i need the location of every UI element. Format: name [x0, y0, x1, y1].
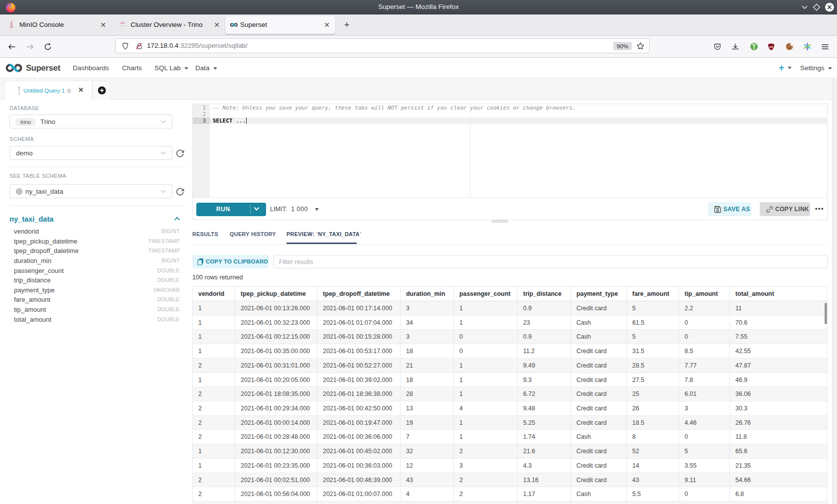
table-cell: 0 [454, 330, 518, 344]
table-row[interactable]: 2 2021-06-01 00:00:14.000 2021-06-01 00:… [193, 416, 827, 430]
menu-icon[interactable] [820, 36, 831, 57]
run-dropdown-icon[interactable] [254, 207, 260, 211]
url-bar[interactable]: 172.18.0.4:32295/superset/sqllab/ 90% [115, 38, 650, 53]
privacy-extension-icon[interactable] [749, 36, 759, 57]
settings-menu[interactable]: Settings [800, 58, 832, 78]
column-header[interactable]: duration_min [401, 287, 454, 301]
forward-icon[interactable] [25, 36, 35, 57]
tab-results[interactable]: RESULTS [192, 227, 218, 241]
schema-column-row[interactable]: passenger_count DOUBLE [0, 266, 189, 276]
column-header[interactable]: tpep_dropoff_datetime [317, 287, 401, 301]
table-scrollbar-thumb[interactable] [825, 303, 827, 324]
copy-link-button[interactable]: COPY LINK [760, 202, 810, 216]
schema-column-row[interactable]: tpep_dropoff_datetime TIMESTAMP [0, 246, 189, 256]
tab-preview[interactable]: PREVIEW: `NY_TAXI_DATA` [286, 227, 362, 241]
add-new-button[interactable]: + [779, 58, 792, 78]
tab-close-icon[interactable]: ✕ [99, 21, 107, 29]
page-scrollbar[interactable] [832, 78, 837, 504]
query-tab-active[interactable]: Untitled Query 1 ✕ [4, 81, 92, 100]
new-tab-icon[interactable]: + [340, 18, 353, 31]
pane-resize-handle[interactable] [491, 220, 508, 223]
table-select[interactable]: ny_taxi_data [9, 184, 172, 198]
refresh-schema-icon[interactable] [175, 148, 185, 158]
cookie-extension-icon[interactable] [784, 36, 794, 57]
nav-item-data[interactable]: Data [195, 58, 217, 78]
window-titlebar[interactable]: Superset — Mozilla Firefox [0, 0, 837, 14]
filter-results-input[interactable] [273, 255, 828, 268]
table-row[interactable]: 2 2021-06-01 00:56:04.000 2021-06-01 01:… [193, 487, 827, 502]
window-close-icon[interactable] [823, 0, 836, 14]
schema-column-row[interactable]: fare_amount DOUBLE [0, 295, 189, 305]
table-row[interactable]: 1 2021-06-01 00:32:23.000 2021-06-01 01:… [193, 316, 827, 330]
table-row[interactable]: 2 2021-06-01 00:29:34.000 2021-06-01 00:… [193, 401, 827, 416]
pocket-icon[interactable] [712, 36, 722, 57]
nav-item-dashboards[interactable]: Dashboards [73, 58, 109, 78]
copy-to-clipboard-button[interactable]: COPY TO CLIPBOARD [192, 255, 269, 268]
run-button[interactable]: RUN [196, 203, 266, 216]
nav-item-sql-lab[interactable]: SQL Lab [154, 58, 188, 78]
column-header[interactable]: tpep_pickup_datetime [235, 287, 317, 301]
table-row[interactable]: 1 2021-06-01 00:12:15.000 2021-06-01 00:… [193, 330, 827, 344]
table-row[interactable]: 2 2021-06-01 18:08:35.000 2021-06-01 18:… [193, 387, 827, 401]
column-header[interactable]: payment_type [571, 287, 627, 301]
save-as-button[interactable]: SAVE AS [708, 202, 751, 216]
column-header[interactable]: tip_amount [679, 287, 730, 301]
refresh-table-icon[interactable] [175, 187, 185, 196]
limit-control[interactable]: LIMIT:1 000 [270, 198, 319, 220]
collapse-chevron-icon[interactable] [174, 217, 180, 221]
window-minimize-icon[interactable] [798, 0, 811, 14]
shield-icon[interactable] [120, 39, 131, 53]
url-text[interactable]: 172.18.0.4:32295/superset/sqllab/ [147, 39, 248, 53]
table-row[interactable]: 2 2021-06-01 00:31:01.000 2021-06-01 00:… [193, 359, 827, 373]
schema-column-row[interactable]: tip_amount DOUBLE [0, 305, 189, 315]
schema-column-row[interactable]: total_amount DOUBLE [0, 315, 189, 325]
window-maximize-icon[interactable] [810, 0, 823, 14]
table-row[interactable]: 1 2021-06-01 00:12:30.000 2021-06-01 00:… [193, 444, 827, 459]
table-cell: 2021-06-01 00:35:00.000 [235, 344, 317, 358]
table-cell: 70.6 [730, 316, 827, 330]
more-options-icon[interactable]: ••• [815, 202, 826, 216]
asterisk-extension-icon[interactable] [802, 36, 812, 57]
query-tab-label: Untitled Query 1 [23, 81, 65, 100]
browser-tab-trino[interactable]: Cluster Overview - Trino ✕ [119, 14, 225, 35]
zoom-level-badge[interactable]: 90% [613, 42, 632, 50]
bookmark-star-icon[interactable] [636, 42, 645, 50]
browser-tab-superset[interactable]: Superset ✕ [225, 16, 335, 34]
download-icon[interactable] [730, 36, 740, 57]
schema-column-row[interactable]: duration_min BIGINT [0, 256, 189, 266]
tab-close-icon[interactable]: ✕ [213, 21, 221, 29]
table-row[interactable]: 1 2021-06-01 00:35:00.000 2021-06-01 00:… [193, 344, 827, 359]
reload-icon[interactable] [43, 36, 53, 57]
column-header[interactable]: trip_distance [518, 287, 571, 301]
table-cell: 31.5 [627, 344, 679, 358]
column-header[interactable]: passenger_count [454, 287, 518, 301]
column-header[interactable]: total_amount [730, 287, 827, 301]
tab-close-icon[interactable]: ✕ [323, 21, 331, 29]
editor-toolbar: RUN LIMIT:1 000 SAVE AS [193, 197, 827, 220]
lock-slash-icon[interactable] [134, 39, 144, 53]
sql-editor[interactable]: 1 2 3 -- Note: Unless you save your quer… [192, 104, 828, 220]
table-schema-heading[interactable]: ny_taxi_data [9, 214, 53, 224]
tab-query-history[interactable]: QUERY HISTORY [230, 227, 276, 241]
schema-column-row[interactable]: payment_type VARCHAR [0, 285, 189, 295]
table-row[interactable]: 2 2021-06-01 00:28:48.000 2021-06-01 00:… [193, 430, 827, 444]
schema-column-row[interactable]: trip_distance DOUBLE [0, 275, 189, 285]
schema-column-row[interactable]: vendorid BIGINT [0, 227, 189, 237]
table-row[interactable]: 2 2021-06-01 00:02:51.000 2021-06-01 00:… [193, 473, 827, 488]
back-icon[interactable] [7, 36, 17, 57]
superset-brand[interactable]: Superset [26, 58, 60, 78]
ublock-extension-icon[interactable]: uO [766, 36, 776, 57]
column-header[interactable]: vendorid [193, 287, 235, 301]
database-select[interactable]: trino Trino [9, 115, 172, 128]
table-row[interactable]: 1 2021-06-01 00:20:05.000 2021-06-01 00:… [193, 373, 827, 387]
table-row[interactable]: 1 2021-06-01 00:13:26.000 2021-06-01 00:… [193, 301, 827, 316]
query-tab-close-icon[interactable]: ✕ [78, 81, 84, 99]
nav-item-charts[interactable]: Charts [122, 58, 142, 78]
schema-select[interactable]: demo [9, 146, 172, 160]
add-query-tab[interactable] [93, 81, 111, 100]
column-header[interactable]: fare_amount [627, 287, 679, 301]
schema-column-row[interactable]: tpep_pickup_datetime TIMESTAMP [0, 237, 189, 247]
browser-tab-minio[interactable]: MinIO Console ✕ [7, 14, 112, 35]
drag-handle-icon[interactable] [18, 87, 20, 95]
table-row[interactable]: 1 2021-06-01 00:23:35.000 2021-06-01 00:… [193, 459, 827, 473]
